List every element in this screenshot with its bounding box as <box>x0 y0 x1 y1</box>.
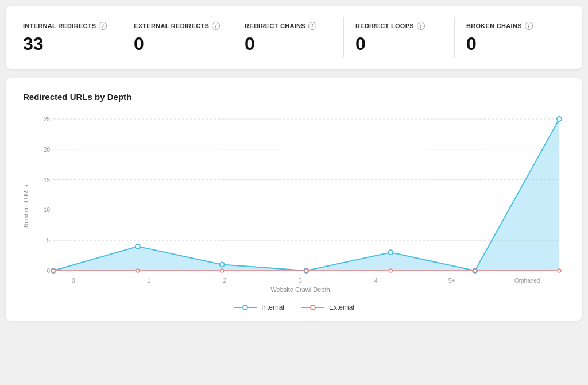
chart-legend: Internal External <box>23 303 565 311</box>
svg-point-24 <box>473 269 477 272</box>
legend-external-label: External <box>329 303 354 311</box>
svg-point-21 <box>220 269 224 272</box>
metric-label-broken-chains: BROKEN CHAINS i <box>466 22 554 30</box>
y-axis-label: Number of URLs <box>23 113 33 299</box>
metric-label-redirect-loops: REDIRECT LOOPS i <box>355 22 443 30</box>
svg-text:25: 25 <box>44 116 51 122</box>
svg-text:10: 10 <box>44 207 51 213</box>
svg-point-23 <box>389 269 392 272</box>
svg-point-27 <box>243 305 247 310</box>
chart-svg: 0510152025 <box>36 113 565 274</box>
metric-redirect-loops: REDIRECT LOOPS i0 <box>344 17 455 57</box>
svg-text:0: 0 <box>47 268 50 274</box>
svg-text:5: 5 <box>47 237 50 244</box>
metric-label-external-redirects: EXTERNAL REDIRECTS i <box>134 22 221 30</box>
svg-point-29 <box>311 305 315 310</box>
x-axis-label: 0 <box>36 278 111 284</box>
metric-redirect-chains: REDIRECT CHAINS i0 <box>233 17 344 57</box>
x-axis-label: 2 <box>187 278 262 284</box>
info-icon[interactable]: i <box>308 22 316 30</box>
metric-value-broken-chains: 0 <box>466 34 554 53</box>
legend-external: External <box>301 303 354 311</box>
legend-internal-label: Internal <box>261 303 284 311</box>
chart-card: Redirected URLs by Depth Number of URLs … <box>6 78 582 321</box>
info-icon[interactable]: i <box>99 22 107 30</box>
svg-point-13 <box>136 244 140 249</box>
svg-text:20: 20 <box>44 147 51 153</box>
svg-point-22 <box>305 269 308 272</box>
legend-internal: Internal <box>234 303 284 311</box>
chart-title: Redirected URLs by Depth <box>23 92 565 102</box>
svg-point-25 <box>558 269 561 272</box>
legend-external-icon <box>301 303 324 311</box>
x-axis-label: Orphaned <box>489 278 565 284</box>
metric-value-internal-redirects: 33 <box>23 34 110 53</box>
svg-point-14 <box>220 262 225 267</box>
chart-grid: 0510152025 <box>36 113 565 274</box>
metric-label-internal-redirects: INTERNAL REDIRECTS i <box>23 22 110 30</box>
x-axis-label: 3 <box>262 278 338 284</box>
info-icon[interactable]: i <box>417 22 425 30</box>
metric-external-redirects: EXTERNAL REDIRECTS i0 <box>122 17 233 57</box>
svg-point-16 <box>388 250 393 255</box>
metric-value-redirect-chains: 0 <box>245 34 332 53</box>
svg-point-20 <box>136 269 140 272</box>
metric-broken-chains: BROKEN CHAINS i0 <box>455 17 565 57</box>
x-axis-label: 4 <box>338 278 414 284</box>
svg-point-18 <box>557 117 562 121</box>
metric-value-redirect-loops: 0 <box>355 34 443 53</box>
x-axis-title: Website Crawl Depth <box>36 286 565 293</box>
chart-area: Number of URLs 0510152025 012345+Orphane… <box>23 113 565 299</box>
legend-internal-icon <box>234 303 257 311</box>
chart-inner: 0510152025 012345+Orphaned Website Crawl… <box>36 113 565 299</box>
x-axis: 012345+Orphaned <box>36 274 565 285</box>
metric-value-external-redirects: 0 <box>134 34 221 53</box>
metrics-card: INTERNAL REDIRECTS i33EXTERNAL REDIRECTS… <box>6 6 582 69</box>
x-axis-label: 1 <box>111 278 187 284</box>
metric-internal-redirects: INTERNAL REDIRECTS i33 <box>23 17 122 57</box>
svg-text:15: 15 <box>44 177 51 183</box>
info-icon[interactable]: i <box>525 22 533 30</box>
x-axis-label: 5+ <box>414 278 490 284</box>
info-icon[interactable]: i <box>212 22 220 30</box>
svg-point-19 <box>52 269 55 272</box>
metric-label-redirect-chains: REDIRECT CHAINS i <box>245 22 332 30</box>
